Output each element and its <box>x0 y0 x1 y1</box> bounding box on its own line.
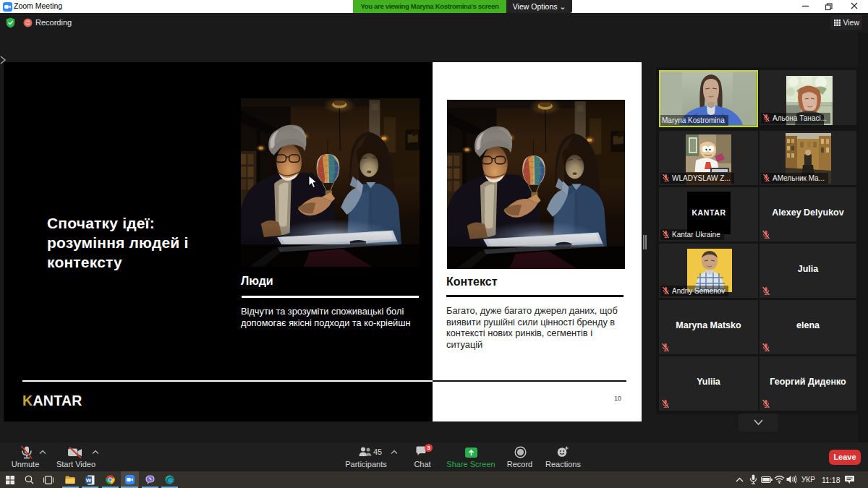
svg-text:W: W <box>86 476 92 483</box>
